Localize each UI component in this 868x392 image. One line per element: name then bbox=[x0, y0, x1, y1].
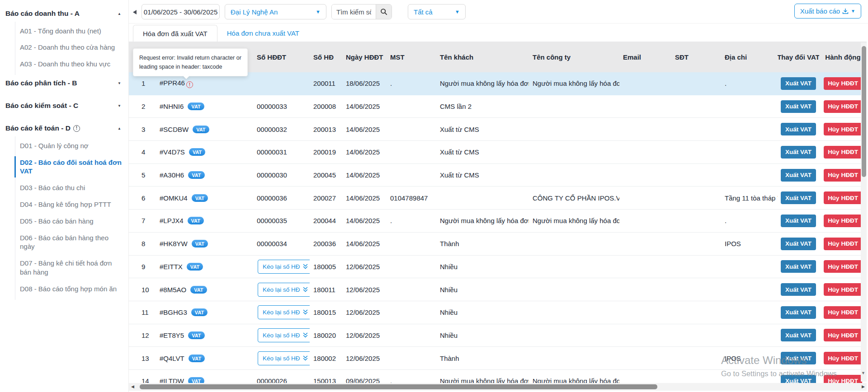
cancel-invoice-button[interactable]: Hủy HĐĐT bbox=[824, 191, 862, 204]
export-vat-button[interactable]: Xuất VAT bbox=[781, 169, 816, 182]
export-vat-button[interactable]: Xuất VAT bbox=[781, 352, 816, 364]
pull-invoice-number-button[interactable]: Kéo lại số HĐ bbox=[258, 305, 310, 319]
vertical-scrollbar-thumb[interactable] bbox=[862, 46, 866, 177]
export-vat-button[interactable]: Xuất VAT bbox=[781, 123, 816, 135]
export-vat-button[interactable]: Xuất VAT bbox=[781, 77, 816, 90]
export-vat-button[interactable]: Xuất VAT bbox=[781, 215, 816, 227]
scroll-down-icon[interactable]: ▼ bbox=[861, 371, 865, 375]
sidebar-section-header-c[interactable]: Báo cáo kiểm soát - C▼ bbox=[0, 98, 128, 114]
horizontal-scrollbar-thumb[interactable] bbox=[140, 384, 657, 389]
cancel-invoice-button[interactable]: Hủy HĐĐT bbox=[824, 306, 862, 319]
agency-select-value: Đại Lý Nghệ An bbox=[231, 8, 278, 16]
sidebar-collapse-icon[interactable] bbox=[133, 10, 137, 14]
sidebar-item-d05[interactable]: D05 - Báo cáo bán hàng bbox=[15, 213, 128, 229]
cancel-invoice-button[interactable]: Hủy HĐĐT bbox=[824, 123, 862, 135]
sidebar-item-a03[interactable]: A03 - Doanh thu theo khu vực bbox=[15, 56, 128, 73]
cell-ten-khach: Thành bbox=[436, 355, 529, 362]
table-row[interactable]: 8#HK8YWVAT0000003420003614/06/2025ThànhI… bbox=[129, 233, 867, 256]
header-hanh-dong: Hành động bbox=[819, 53, 867, 61]
export-vat-button[interactable]: Xuất VAT bbox=[781, 283, 816, 296]
sidebar-item-d08[interactable]: D08 - Báo cáo tổng hợp món ăn bbox=[15, 280, 128, 297]
export-vat-button[interactable]: Xuất VAT bbox=[781, 329, 816, 341]
table-row[interactable]: 13#Q4LVTVATKéo lại số HĐ18000212/06/2025… bbox=[129, 347, 867, 370]
cancel-invoice-button[interactable]: Hủy HĐĐT bbox=[824, 260, 862, 273]
vat-badge: VAT bbox=[193, 126, 209, 133]
sidebar-section-header-d[interactable]: Báo cáo kế toán - D!▲ bbox=[0, 120, 128, 136]
cell-sohddt: 00000035 bbox=[253, 217, 310, 224]
pull-invoice-number-button[interactable]: Kéo lại số HĐ bbox=[258, 283, 310, 297]
table-row[interactable]: 7#LPJX4VAT0000003520004414/06/2025.Người… bbox=[129, 210, 867, 233]
cell-sohddt: Kéo lại số HĐ bbox=[253, 260, 310, 274]
cell-stt: 10 bbox=[129, 286, 156, 294]
sidebar-item-a01[interactable]: A01 - Tổng doanh thu (net) bbox=[15, 23, 128, 39]
cancel-invoice-button[interactable]: Hủy HĐĐT bbox=[824, 100, 862, 113]
vertical-scrollbar[interactable]: ▼ bbox=[861, 42, 867, 382]
sidebar-section-b: Báo cáo phân tích - B▼ bbox=[0, 75, 128, 91]
table-row[interactable]: 11#BGHG3VATKéo lại số HĐ18001512/06/2025… bbox=[129, 301, 867, 324]
cancel-invoice-button[interactable]: Hủy HĐĐT bbox=[824, 238, 862, 250]
export-vat-button[interactable]: Xuất VAT bbox=[781, 191, 816, 204]
sidebar-subsection-d: D01 - Quản lý công nợD02 - Báo cáo đối s… bbox=[15, 136, 128, 300]
export-vat-button[interactable]: Xuất VAT bbox=[781, 238, 816, 250]
cell-order-code: #ET8Y5VAT bbox=[156, 331, 253, 339]
cell-stt: 4 bbox=[129, 148, 156, 156]
tab-not-exported-vat[interactable]: Hóa đơn chưa xuất VAT bbox=[217, 25, 309, 42]
export-vat-button[interactable]: Xuất VAT bbox=[781, 260, 816, 273]
tab-exported-vat[interactable]: Hóa đơn đã xuất VAT bbox=[133, 25, 217, 42]
sidebar-item-d04[interactable]: D04 - Bảng kê tổng hợp PTTT bbox=[15, 196, 128, 213]
export-vat-button[interactable]: Xuất VAT bbox=[781, 306, 816, 319]
sidebar-section-header-b[interactable]: Báo cáo phân tích - B▼ bbox=[0, 75, 128, 91]
cancel-invoice-button[interactable]: Hủy HĐĐT bbox=[824, 215, 862, 227]
pull-invoice-number-button[interactable]: Kéo lại số HĐ bbox=[258, 260, 310, 274]
scroll-right-icon[interactable]: ▶ bbox=[862, 384, 865, 389]
sidebar-item-d07[interactable]: D07 - Bảng kê chi tiết hoá đơn bán hàng bbox=[15, 255, 128, 281]
scroll-left-icon[interactable]: ◀ bbox=[131, 384, 134, 389]
cancel-invoice-button[interactable]: Hủy HĐĐT bbox=[824, 352, 862, 364]
table-row[interactable]: 9#EITTXVATKéo lại số HĐ18000512/06/2025N… bbox=[129, 256, 867, 279]
export-report-button[interactable]: Xuất báo cáo ▼ bbox=[794, 4, 861, 19]
sidebar-item-d03[interactable]: D03 - Báo cáo thu chi bbox=[15, 180, 128, 196]
table-row[interactable]: 2#NHNI6VAT0000003320000814/06/2025CMS lầ… bbox=[129, 95, 867, 118]
agency-select[interactable]: Đại Lý Nghệ An ▼ bbox=[225, 4, 326, 19]
cell-ten-khach: Thành bbox=[436, 240, 529, 247]
sidebar-item-d02[interactable]: D02 - Báo cáo đối soát hoá đơn VAT bbox=[15, 154, 128, 180]
pull-invoice-number-button[interactable]: Kéo lại số HĐ bbox=[258, 328, 310, 342]
pull-invoice-number-button[interactable]: Kéo lại số HĐ bbox=[258, 351, 310, 365]
table-row[interactable]: 6#OMKU4VAT0000003620002714/06/2025010478… bbox=[129, 187, 867, 210]
table-row[interactable]: 5#A30H6VAT0000003020004514/06/2025Xuất t… bbox=[129, 164, 867, 187]
cancel-invoice-button[interactable]: Hủy HĐĐT bbox=[824, 169, 862, 182]
sidebar-item-d06[interactable]: D06 - Báo cáo bán hàng theo ngày bbox=[15, 229, 128, 255]
date-range-picker[interactable]: 01/06/2025 - 30/06/2025 bbox=[142, 4, 220, 19]
horizontal-scrollbar[interactable]: ◀ ▶ bbox=[129, 383, 867, 391]
cancel-invoice-button[interactable]: Hủy HĐĐT bbox=[824, 146, 862, 159]
export-vat-button[interactable]: Xuất VAT bbox=[781, 146, 816, 159]
vat-badge: VAT bbox=[187, 263, 203, 271]
sidebar-item-d01[interactable]: D01 - Quản lý công nợ bbox=[15, 137, 128, 154]
cancel-invoice-button[interactable]: Hủy HĐĐT bbox=[824, 329, 862, 341]
cell-sohddt: Kéo lại số HĐ bbox=[253, 283, 310, 297]
header-ten-khach: Tên khách bbox=[436, 53, 529, 61]
search-button[interactable] bbox=[376, 5, 392, 19]
vat-badge: VAT bbox=[188, 171, 204, 179]
table-row[interactable]: 10#8M5AOVATKéo lại số HĐ18001112/06/2025… bbox=[129, 278, 867, 301]
cell-thay-doi-vat: Xuất VAT bbox=[778, 238, 819, 250]
search-input[interactable] bbox=[332, 5, 376, 19]
double-chevron-down-icon bbox=[303, 264, 308, 270]
cell-dia-chi: IPOS bbox=[721, 355, 778, 362]
error-icon[interactable]: ! bbox=[186, 81, 193, 88]
export-vat-button[interactable]: Xuất VAT bbox=[781, 100, 816, 113]
table-row[interactable]: 3#SCDBWVAT0000003220001314/06/2025Xuất t… bbox=[129, 118, 867, 141]
cell-ten-cong-ty: Người mua không lấy hóa đơn bbox=[529, 79, 619, 87]
cell-stt: 5 bbox=[129, 171, 156, 179]
status-filter-select[interactable]: Tất cả ▼ bbox=[408, 4, 466, 19]
sidebar-item-a02[interactable]: A02 - Doanh thu theo cửa hàng bbox=[15, 39, 128, 56]
table-row[interactable]: 4#V4D7SVAT0000003120001914/06/2025Xuất t… bbox=[129, 141, 867, 164]
cancel-invoice-button[interactable]: Hủy HĐĐT bbox=[824, 283, 862, 296]
cell-thay-doi-vat: Xuất VAT bbox=[778, 352, 819, 364]
table-row[interactable]: 12#ET8Y5VATKéo lại số HĐ18002012/06/2025… bbox=[129, 324, 867, 347]
cell-hanh-dong: Hủy HĐĐT bbox=[819, 306, 867, 319]
sidebar-section-header-a[interactable]: Báo cáo doanh thu - A▲ bbox=[0, 5, 128, 22]
cancel-invoice-button[interactable]: Hủy HĐĐT bbox=[824, 77, 862, 90]
vat-badge: VAT bbox=[190, 286, 207, 294]
cell-sohddt: 00000032 bbox=[253, 126, 310, 133]
